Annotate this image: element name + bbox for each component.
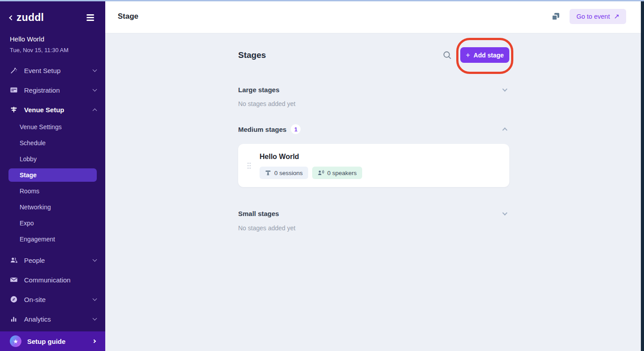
sidebar-item-expo[interactable]: Expo (8, 216, 97, 230)
chevron-up-icon (93, 108, 97, 113)
sub-item-label: Networking (20, 204, 51, 211)
sidebar-item-networking[interactable]: Networking (8, 200, 97, 214)
sidebar-item-schedule[interactable]: Schedule (8, 136, 97, 150)
sidebar-item-venue-settings[interactable]: Venue Settings (8, 120, 97, 134)
chevron-up-icon[interactable] (502, 127, 507, 132)
sidebar-item-communication[interactable]: Communication (0, 270, 105, 290)
speaker-icon (318, 170, 324, 176)
copy-icon[interactable] (551, 12, 561, 21)
chevron-right-icon (92, 339, 96, 343)
sessions-chip: 0 sessions (260, 167, 308, 179)
event-info: Hello World Tue, Nov 15, 11:30 AM (0, 35, 105, 53)
stage-stats: 0 sessions 0 speakers (260, 167, 362, 179)
star-glyph: ★ (13, 338, 18, 345)
chevron-down-icon (93, 68, 97, 72)
sidebar-item-rooms[interactable]: Rooms (8, 184, 97, 198)
chevron-down-icon[interactable] (502, 86, 507, 91)
add-stage-button[interactable]: + Add stage (460, 47, 509, 63)
sidebar-header: zuddl (0, 0, 105, 24)
window-right-edge (641, 0, 644, 351)
section-title: Small stages (238, 210, 279, 217)
sub-item-label: Venue Settings (20, 123, 62, 131)
chevron-down-icon (93, 297, 97, 301)
large-stages-empty-text: No stages added yet (238, 100, 509, 107)
chevron-down-icon (93, 257, 97, 262)
drag-handle-icon[interactable] (245, 162, 252, 169)
section-medium-stages: Medium stages 1 (238, 124, 509, 134)
speakers-count: 0 speakers (327, 170, 357, 176)
window-top-edge (0, 0, 644, 1)
sub-item-label: Stage (20, 171, 37, 179)
sidebar-nav: Event Setup Registration (0, 61, 105, 331)
sidebar-item-label: Event Setup (24, 67, 61, 74)
stage-name: Hello World (260, 153, 362, 161)
envelope-icon (10, 276, 18, 284)
stages-heading: Stages (238, 50, 266, 60)
sidebar-item-label: On-site (24, 296, 45, 303)
podium-icon (265, 170, 271, 176)
page-title: Stage (118, 12, 138, 21)
go-to-event-button[interactable]: Go to event ↗ (570, 9, 626, 24)
zuddl-logo[interactable]: zuddl (10, 12, 44, 24)
event-date: Tue, Nov 15, 11:30 AM (10, 47, 95, 53)
onsite-compass-icon (10, 295, 18, 303)
sidebar: zuddl Hello World Tue, Nov 15, 11:30 AM … (0, 0, 105, 351)
sidebar-item-analytics[interactable]: Analytics (0, 309, 105, 329)
search-icon[interactable] (442, 50, 452, 60)
count-badge: 1 (291, 124, 301, 134)
form-icon (10, 86, 18, 94)
sub-item-label: Expo (20, 220, 34, 227)
setup-guide-label: Setup guide (27, 338, 66, 345)
section-title: Large stages (238, 86, 280, 94)
hamburger-menu-icon[interactable] (85, 13, 95, 22)
topbar-actions: Go to event ↗ (551, 9, 632, 24)
sidebar-item-label: Communication (24, 276, 70, 284)
sidebar-item-label: Venue Setup (24, 106, 64, 114)
main-area: Stage Go to event ↗ Stages (105, 0, 644, 351)
chevron-down-icon (93, 316, 97, 321)
stage-card-body: Hello World 0 sessions (260, 152, 362, 179)
small-stages-empty-text: No stages added yet (238, 224, 509, 232)
go-to-event-label: Go to event (576, 13, 610, 20)
venue-setup-submenu: Venue Settings Schedule Lobby Stage Room… (0, 119, 105, 250)
event-name: Hello World (10, 35, 95, 43)
sidebar-item-label: Analytics (24, 315, 51, 323)
sidebar-item-label: People (24, 257, 45, 264)
plus-icon: + (466, 51, 470, 59)
arrow-up-right-icon: ↗ (614, 12, 619, 20)
bar-chart-icon (10, 315, 18, 323)
stage-card[interactable]: Hello World 0 sessions (238, 144, 509, 187)
sidebar-item-event-setup[interactable]: Event Setup (0, 61, 105, 80)
stages-header-row: Stages + Add stage (238, 47, 509, 63)
back-chevron-icon[interactable] (9, 15, 14, 20)
chevron-down-icon (93, 87, 97, 92)
content: Stages + Add stage Large stages No stage… (105, 33, 644, 351)
logo-text: zuddl (17, 12, 44, 24)
sub-item-label: Schedule (20, 139, 45, 147)
sub-item-label: Rooms (20, 188, 39, 195)
sub-item-label: Lobby (20, 155, 37, 163)
sidebar-item-lobby[interactable]: Lobby (8, 152, 97, 166)
stages-panel: Stages + Add stage Large stages No stage… (238, 47, 509, 232)
sidebar-item-label: Registration (24, 86, 60, 94)
add-stage-label: Add stage (474, 52, 504, 59)
sidebar-item-people[interactable]: People (0, 250, 105, 270)
speakers-chip: 0 speakers (312, 167, 362, 179)
topbar: Stage Go to event ↗ (105, 0, 644, 33)
section-title: Medium stages (238, 126, 286, 133)
sidebar-item-stage[interactable]: Stage (8, 168, 97, 182)
sidebar-item-venue-setup[interactable]: Venue Setup (0, 100, 105, 119)
sidebar-item-on-site[interactable]: On-site (0, 290, 105, 309)
section-small-stages: Small stages (238, 210, 509, 217)
wand-icon (10, 66, 18, 74)
people-icon (10, 256, 18, 264)
podium-icon (10, 106, 18, 114)
star-badge-icon: ★ (10, 335, 21, 347)
sidebar-item-engagement[interactable]: Engagement (8, 233, 97, 246)
sessions-count: 0 sessions (274, 170, 303, 176)
sidebar-item-registration[interactable]: Registration (0, 80, 105, 100)
chevron-down-icon[interactable] (502, 210, 507, 215)
section-large-stages: Large stages (238, 86, 509, 94)
setup-guide-button[interactable]: ★ Setup guide (0, 331, 105, 351)
sub-item-label: Engagement (20, 236, 55, 243)
